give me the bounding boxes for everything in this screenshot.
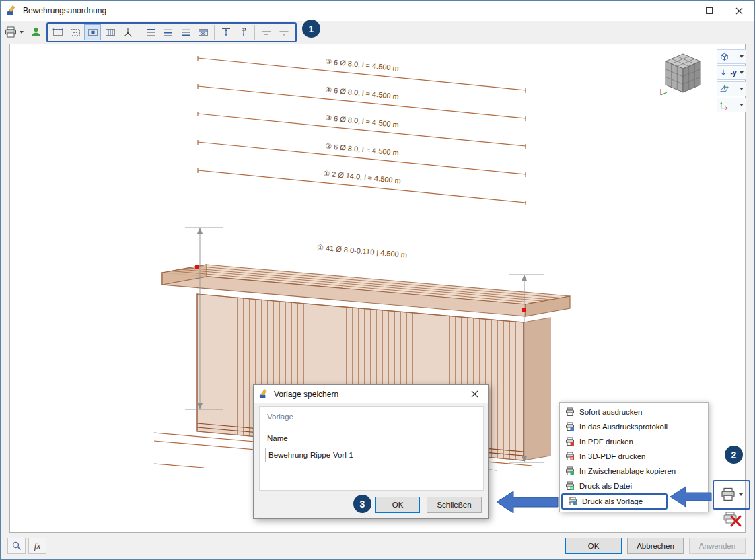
toolbar-separator (254, 25, 255, 40)
toolbar-dim-vertical-2-button[interactable] (235, 24, 252, 40)
menu-item-ausdrucksprotokoll[interactable]: In das Ausdrucksprotokoll (560, 419, 708, 434)
layer-bottom-icon (180, 26, 192, 38)
dialog-close-button[interactable] (461, 385, 488, 403)
dotted-frame-icon (69, 26, 81, 38)
print-split-toolbar-button[interactable] (1, 23, 27, 41)
line-dash-icon (260, 26, 273, 38)
solid-fill-icon (87, 26, 99, 38)
menu-item-sofort-ausdrucken[interactable]: Sofort ausdrucken (560, 405, 708, 419)
dialog-ok-button[interactable]: OK (375, 497, 420, 513)
toolbar-align-middle-button[interactable] (159, 24, 176, 40)
save-template-dialog: Vorlage speichern Vorlage Name OK Schlie… (253, 384, 489, 519)
dialog-icon (259, 389, 269, 399)
name-label: Name (267, 434, 288, 442)
comment-search-button[interactable] (7, 538, 26, 554)
dialog-title-bar: Vorlage speichern (254, 385, 488, 403)
toolbar-separator (214, 25, 215, 40)
menu-item-3d-pdf-drucken[interactable]: In 3D-PDF drucken (560, 449, 708, 464)
annotation-highlight-toolbar-group (46, 22, 297, 42)
close-button[interactable] (724, 1, 754, 21)
axes-icon (122, 26, 134, 38)
printer-clipboard-icon (565, 466, 575, 476)
toolbar-solid-button[interactable] (84, 24, 101, 40)
chevron-down-icon (740, 88, 744, 90)
printer-template-icon (568, 497, 577, 506)
template-name-input[interactable] (265, 448, 478, 462)
menu-item-zwischenablage[interactable]: In Zwischenablage kopieren (560, 464, 708, 479)
toolbar-frame-button[interactable] (49, 24, 66, 40)
toolbar-align-top-button[interactable] (142, 24, 159, 40)
main-toolbar: 1 (1, 21, 754, 43)
toolbar-points-button[interactable] (67, 24, 83, 40)
chevron-down-icon (740, 104, 744, 106)
printer-3d-pdf-icon (565, 452, 575, 461)
axis-system-icon (719, 100, 729, 110)
menu-item-druck-als-vorlage[interactable]: Druck als Vorlage (561, 493, 668, 510)
function-button[interactable]: fx (28, 538, 46, 554)
app-window: Bewehrungsanordnung (0, 0, 755, 560)
close-icon (735, 7, 743, 15)
toolbar-line-dot-button[interactable] (275, 24, 292, 40)
menu-item-label: In Zwischenablage kopieren (579, 467, 676, 475)
close-icon (471, 390, 478, 398)
arrow-down-icon (719, 68, 727, 77)
toolbar-line-dash-button[interactable] (258, 24, 275, 40)
toolbar-align-bottom-button[interactable] (177, 24, 194, 40)
menu-item-pdf-drucken[interactable]: In PDF drucken (560, 434, 708, 449)
printer-cancel-icon (722, 511, 742, 528)
apply-button[interactable]: Anwenden (689, 538, 746, 554)
menu-item-label: In PDF drucken (579, 438, 633, 446)
menu-item-label: Druck als Vorlage (582, 497, 643, 505)
app-icon (7, 5, 17, 16)
view-axis-system-button[interactable] (717, 98, 746, 112)
chevron-down-icon (740, 71, 744, 74)
toolbar-separator (139, 25, 139, 40)
toolbar-axes-button[interactable] (119, 24, 136, 40)
layer-middle-icon (162, 26, 174, 38)
cube-axes-icon (661, 89, 667, 95)
maximize-icon (706, 7, 713, 14)
print-dropdown-button[interactable] (713, 480, 750, 510)
view-direction-label: -y (731, 69, 737, 77)
section-circles-icon (197, 26, 209, 38)
cancel-button[interactable]: Abbrechen (627, 538, 684, 554)
view-cube[interactable] (657, 50, 709, 98)
toolbar-section-circles-button[interactable] (194, 24, 211, 40)
dimension-vertical-alt-icon (238, 26, 250, 38)
footer-bar: fx OK Abbrechen Anwenden (1, 533, 754, 560)
template-group-box: Vorlage Name (259, 406, 484, 491)
dimension-vertical-icon (220, 26, 232, 38)
menu-item-druck-als-datei[interactable]: Druck als Datei (560, 479, 708, 493)
menu-item-label: Sofort ausdrucken (579, 408, 642, 416)
minimize-button[interactable] (663, 1, 694, 21)
cancel-print-button[interactable] (722, 511, 742, 531)
minimize-icon (676, 11, 682, 11)
magnifier-icon (11, 540, 22, 551)
person-icon (30, 26, 42, 38)
dialog-schliessen-button[interactable]: Schließen (427, 497, 482, 513)
ok-button[interactable]: OK (565, 538, 622, 554)
view-isometric-button[interactable] (717, 49, 746, 64)
menu-item-label: In das Ausdrucksprotokoll (579, 423, 668, 431)
chevron-down-icon (20, 31, 24, 34)
line-dot-icon (278, 26, 290, 38)
toolbar-dim-vertical-button[interactable] (217, 24, 234, 40)
title-bar: Bewehrungsanordnung (1, 1, 754, 21)
view-direction-button[interactable]: -y (717, 65, 746, 80)
annotation-callout-2: 2 (725, 446, 743, 464)
columns-icon (104, 26, 116, 38)
chevron-down-icon (739, 493, 743, 496)
maximize-button[interactable] (694, 1, 724, 21)
annotation-callout-1: 1 (302, 20, 320, 38)
printer-report-icon (565, 422, 575, 431)
user-button[interactable] (27, 23, 45, 41)
frame-icon (52, 26, 64, 38)
layer-top-icon (145, 26, 157, 38)
print-menu: Sofort ausdrucken In das Ausdrucksprotok… (559, 402, 709, 512)
printer-icon (4, 26, 17, 39)
view-workplane-button[interactable] (717, 81, 746, 96)
menu-item-label: In 3D-PDF drucken (579, 452, 645, 460)
workplane-icon (719, 84, 729, 94)
isometric-cube-icon (719, 52, 729, 62)
toolbar-columns-button[interactable] (102, 24, 118, 40)
